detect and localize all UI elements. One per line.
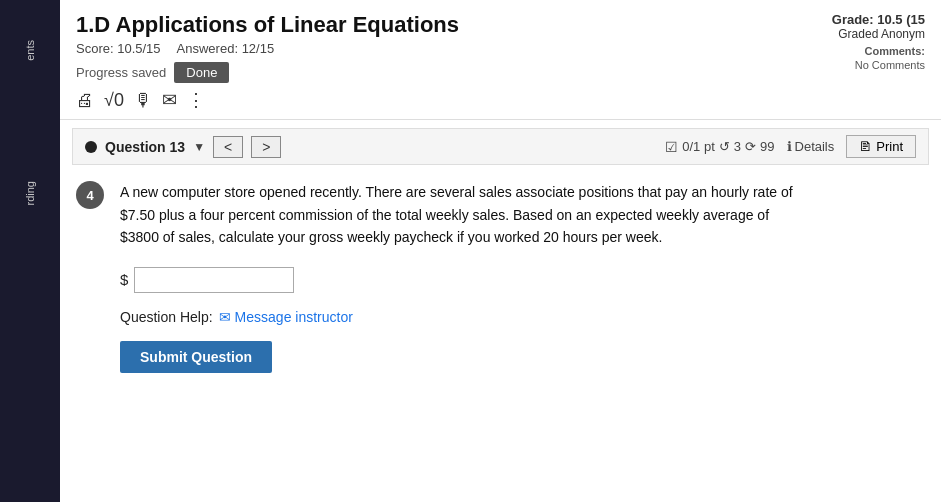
header: 1.D Applications of Linear Equations Sco…	[60, 0, 941, 120]
print-btn-icon: 🖹	[859, 139, 872, 154]
answered-label: Answered: 12/15	[177, 41, 275, 56]
score-label: Score: 10.5/15	[76, 41, 161, 56]
next-question-button[interactable]: >	[251, 136, 281, 158]
question-status-dot	[85, 141, 97, 153]
more-icon[interactable]: ⋮	[187, 89, 205, 111]
refresh-count: 99	[760, 139, 774, 154]
mic-icon[interactable]: 🎙	[134, 90, 152, 111]
main-area: 1.D Applications of Linear Equations Sco…	[60, 0, 941, 502]
grade-section: Grade: 10.5 (15 Graded Anonym Comments: …	[805, 12, 925, 71]
question-nav-left: Question 13 ▼ < >	[85, 136, 281, 158]
done-button[interactable]: Done	[174, 62, 229, 83]
question-content: 4 A new computer store opened recently. …	[60, 165, 941, 502]
points-info: ☑ 0/1 pt ↺ 3 ⟳ 99	[665, 139, 774, 155]
question-number-badge: 4	[76, 181, 104, 209]
sqrt-icon[interactable]: √0	[104, 90, 124, 111]
retries-count: 3	[734, 139, 741, 154]
question-nav: Question 13 ▼ < > ☑ 0/1 pt ↺ 3 ⟳ 99 ℹ De…	[72, 128, 929, 165]
sidebar-label-top: ents	[24, 40, 36, 61]
help-label: Question Help:	[120, 309, 213, 325]
dollar-sign: $	[120, 271, 128, 288]
title-section: 1.D Applications of Linear Equations Sco…	[76, 12, 805, 111]
points-text: 0/1 pt	[682, 139, 715, 154]
question-nav-right: ☑ 0/1 pt ↺ 3 ⟳ 99 ℹ Details 🖹 Print	[665, 135, 916, 158]
answer-input[interactable]	[134, 267, 294, 293]
question-dropdown[interactable]: ▼	[193, 140, 205, 154]
comments-label: Comments:	[805, 45, 925, 57]
question-label: Question 13	[105, 139, 185, 155]
sidebar-label-bottom: rding	[24, 181, 36, 205]
retry-icon: ↺	[719, 139, 730, 154]
print-icon[interactable]: 🖨	[76, 90, 94, 111]
mail-icon[interactable]: ✉	[162, 89, 177, 111]
details-link[interactable]: ℹ Details	[787, 139, 835, 154]
toolbar: 🖨 √0 🎙 ✉ ⋮	[76, 89, 805, 111]
print-button[interactable]: 🖹 Print	[846, 135, 916, 158]
prev-question-button[interactable]: <	[213, 136, 243, 158]
info-icon: ℹ	[787, 139, 792, 154]
grade-title: Grade: 10.5 (15	[805, 12, 925, 27]
score-line: Score: 10.5/15 Answered: 12/15	[76, 41, 805, 56]
refresh-icon: ⟳	[745, 139, 756, 154]
graded-text: Graded Anonym	[805, 27, 925, 41]
message-instructor-link[interactable]: ✉ Message instructor	[219, 309, 353, 325]
header-comments: Comments: No Comments	[805, 45, 925, 71]
progress-section: Progress saved Done	[76, 62, 805, 83]
mail-help-icon: ✉	[219, 309, 231, 325]
left-sidebar: ents rding	[0, 0, 60, 502]
checkbox-icon: ☑	[665, 139, 678, 155]
question-text: A new computer store opened recently. Th…	[120, 181, 800, 248]
comments-value: No Comments	[805, 59, 925, 71]
header-top: 1.D Applications of Linear Equations Sco…	[76, 12, 925, 111]
submit-question-button[interactable]: Submit Question	[120, 341, 272, 373]
page-title: 1.D Applications of Linear Equations	[76, 12, 805, 38]
answer-row: $	[120, 267, 921, 293]
progress-saved-text: Progress saved	[76, 65, 166, 80]
question-help: Question Help: ✉ Message instructor	[120, 309, 921, 325]
